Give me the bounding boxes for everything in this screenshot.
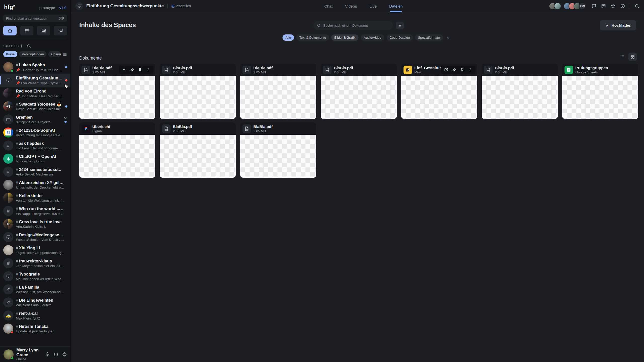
tab-dateien[interactable]: Dateien — [389, 0, 403, 12]
space-list-item[interactable]: Einführung Gestaltungss...📌 Eva.Weber: H… — [0, 74, 70, 87]
card-thumbnail-transparent[interactable] — [240, 135, 316, 178]
rows-icon[interactable] — [63, 52, 67, 57]
space-list-item[interactable]: #TypografieMai.Tan: haben wir letzte Woc… — [0, 270, 70, 283]
document-card[interactable]: PDFBlaBla.pdf2.05 MB — [240, 64, 316, 119]
nav-button-queue[interactable] — [20, 26, 33, 35]
chat-icon[interactable] — [591, 4, 596, 9]
gear-icon[interactable] — [62, 352, 67, 357]
file-filter-chip[interactable]: Text & Dokumente — [296, 34, 329, 41]
space-list-item[interactable]: #Design-/MediengeschichteFabian.Schmidt:… — [0, 231, 70, 244]
forward-icon[interactable] — [452, 68, 456, 72]
tab-videos[interactable]: Videos — [345, 0, 357, 12]
card-thumbnail-transparent[interactable] — [160, 76, 236, 119]
space-list-item[interactable]: 🚕#rent-a-carMax.Klein: fyi 😎 — [0, 309, 70, 322]
space-list-item[interactable]: Rad von Elrond📌 John.Miller: Das Rad der… — [0, 87, 70, 100]
card-thumbnail-transparent[interactable] — [79, 135, 155, 178]
mic-icon[interactable] — [45, 352, 50, 357]
space-list-item[interactable]: +3#Crew love is true loveAnn.Kathrin.Kle… — [0, 217, 70, 231]
chevron-down-icon[interactable] — [63, 116, 67, 120]
space-list-item[interactable]: 31#241231-ba-SophAIVerknüpfung mit Googl… — [0, 126, 70, 139]
space-list-item[interactable]: #ChatGPT – OpenAIhttps://chatgpt.com — [0, 152, 70, 165]
space-list-item[interactable]: Gremien9 Objekte or 5 Projekte — [0, 113, 70, 126]
file-filter-chip[interactable]: Audio/Video — [361, 34, 384, 41]
card-thumbnail-transparent[interactable] — [79, 76, 155, 119]
view-toggle-list-view[interactable] — [618, 53, 627, 61]
spaces-search-icon[interactable] — [27, 44, 31, 48]
space-list-item[interactable]: +3#Swagetti Yolonese 🍝David.Schulz: Brin… — [0, 100, 70, 113]
file-filter-chip[interactable]: Bilder & Grafik — [331, 34, 358, 41]
user-avatar[interactable] — [4, 349, 14, 359]
nav-button-chat-smiley[interactable] — [54, 26, 67, 35]
space-list-item[interactable]: #KellerkinderVersteh die Welt langsam ni… — [0, 191, 70, 204]
add-space-icon[interactable] — [19, 44, 24, 48]
document-search-input[interactable]: Suche nach einem Dokument — [313, 21, 393, 30]
view-toggle-grid-view[interactable] — [628, 53, 637, 61]
emoji-avatar: 🚕 — [6, 313, 11, 318]
card-title: BlaBla.pdf — [495, 66, 555, 70]
miro-logo-icon — [405, 67, 411, 73]
headphones-icon[interactable] — [54, 352, 58, 357]
card-thumbnail-transparent[interactable] — [401, 76, 477, 119]
space-list-item[interactable]: #Die EingeweihtenWie sieht's aus, Leute? — [0, 296, 70, 309]
space-item-text: #Crew love is true loveAnn.Kathrin.Klein… — [16, 219, 65, 229]
document-card[interactable]: PDFBlaBla.pdf2.05 MB — [79, 64, 155, 119]
chat-dots-icon[interactable] — [601, 4, 606, 9]
external-link-icon[interactable] — [444, 68, 448, 72]
nav-button-laptop-code[interactable] — [37, 26, 50, 35]
space-list-item[interactable]: ##frau-rektor-klausJan.Meyer: halloo hie… — [0, 257, 70, 270]
space-filter-verknüpfungen[interactable]: Verknüpfungen — [19, 51, 47, 57]
document-card[interactable]: ÜberischtFigma — [79, 122, 155, 178]
member-avatars-group-2[interactable]: +99 — [564, 3, 586, 10]
forward-icon[interactable] — [130, 68, 134, 72]
pdf-doc-icon: PDF — [486, 67, 491, 73]
space-list-item[interactable]: #Aktenzeichen XY gelöst!Ich schwör, der … — [0, 178, 70, 191]
card-meta: BlaBla.pdf2.05 MB — [173, 66, 233, 74]
card-thumbnail-transparent[interactable] — [482, 76, 558, 119]
info-icon[interactable] — [620, 4, 625, 9]
file-filter-chip[interactable]: Alle — [283, 34, 294, 41]
card-thumbnail-transparent[interactable] — [562, 76, 638, 119]
kebab-icon[interactable] — [468, 68, 472, 72]
space-list-item[interactable]: #Lukas Spohn📌 · Gartner, is im Kurs-Chat… — [0, 61, 70, 74]
bookmark-filled-icon[interactable] — [138, 68, 142, 72]
file-filter-chip[interactable]: Code-Dateien — [387, 34, 413, 41]
download-icon[interactable] — [122, 68, 126, 72]
kebab-icon[interactable] — [146, 68, 150, 72]
status-online-dot — [11, 357, 14, 360]
document-card[interactable]: Einf. GestaltungsschwMiro — [401, 64, 477, 119]
space-list-item[interactable]: ##Who run the world → Girls?!Pia.Rapp: E… — [0, 204, 70, 217]
star-icon[interactable] — [611, 4, 616, 9]
document-card[interactable]: PDFBlaBla.pdf2.05 MB — [321, 64, 397, 119]
upload-button[interactable]: Hochladen — [600, 20, 636, 30]
tab-chat[interactable]: Chat — [324, 0, 333, 12]
card-thumbnail-transparent[interactable] — [240, 76, 316, 119]
svg-text:PDF: PDF — [165, 129, 168, 130]
document-card[interactable]: PDFBlaBla.pdf2.05 MB — [482, 64, 558, 119]
search-icon[interactable] — [634, 4, 639, 9]
space-item-title-text: Xiu Ying Li — [19, 246, 40, 250]
space-item-title: #ChatGPT – OpenAI — [16, 154, 65, 159]
bookmark-icon[interactable] — [460, 68, 464, 72]
space-list-item[interactable]: ##2424-semesterausstellungAnke.Seidel: M… — [0, 165, 70, 178]
space-list-item[interactable]: #Hiroshi TanakaUpdate ist jetzt verfügba… — [0, 322, 70, 335]
space-list-item[interactable]: #La FamiliaWer hat Lust, am Wochenende .… — [0, 283, 70, 296]
file-filter-chip[interactable]: Spezialformate — [415, 34, 443, 41]
space-list-item[interactable]: ##ask hepdeskTilo.Lenz: Hat jmd schonma … — [0, 139, 70, 152]
document-card[interactable]: PDFBlaBla.pdf2.05 MB — [240, 122, 316, 178]
members-overflow-badge[interactable]: +99 — [579, 3, 586, 10]
document-card[interactable]: PDFBlaBla.pdf2.05 MB — [160, 64, 236, 119]
space-filter-channels[interactable]: Channels — [48, 51, 61, 57]
sidebar-search-input[interactable]: Find or start a conversation ⌘F — [3, 15, 67, 22]
document-card[interactable]: PrüfungsgruppenGoogle Sheets — [562, 64, 638, 119]
member-avatars-group-1[interactable] — [549, 3, 561, 10]
space-filter-kurse[interactable]: Kurse — [3, 51, 17, 57]
filter-button[interactable] — [396, 22, 404, 29]
nav-button-home[interactable] — [3, 26, 17, 35]
document-card[interactable]: PDFBlaBla.pdf2.05 MB — [160, 122, 236, 178]
card-thumbnail-transparent[interactable] — [160, 135, 236, 178]
x-icon[interactable] — [446, 36, 450, 39]
space-list-item[interactable]: #Xiu Ying LiTages- oder Gruppentickets, … — [0, 244, 70, 257]
card-thumbnail-transparent[interactable] — [321, 76, 397, 119]
tab-live[interactable]: Live — [370, 0, 377, 12]
unread-dot — [65, 105, 67, 108]
